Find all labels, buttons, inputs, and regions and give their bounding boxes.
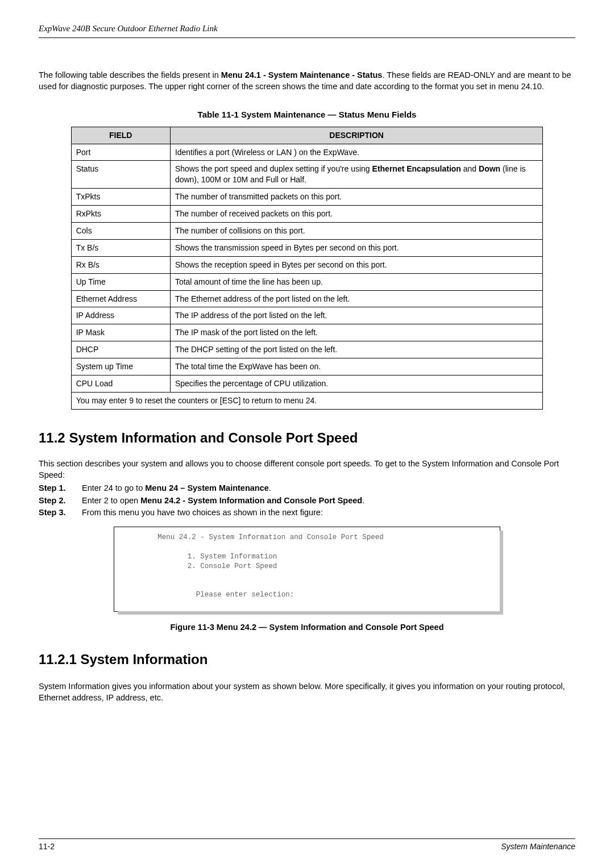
- table-row: DHCP The DHCP setting of the port listed…: [71, 341, 543, 358]
- table-row: Status Shows the port speed and duplex s…: [71, 161, 543, 189]
- section-heading-11-2-1: 11.2.1 System Information: [39, 650, 575, 669]
- cell-desc: The IP mask of the port listed on the le…: [170, 324, 542, 341]
- col-header-field: FIELD: [71, 127, 170, 144]
- page-number: 11-2: [39, 841, 55, 852]
- cell-desc: The number of collisions on this port.: [170, 222, 542, 239]
- cell-field: Ethernet Address: [71, 290, 170, 307]
- step-row: Step 1. Enter 24 to go to Menu 24 – Syst…: [39, 483, 575, 494]
- section-heading-11-2: 11.2 System Information and Console Port…: [39, 429, 575, 447]
- page-footer: 11-2 System Maintenance: [39, 838, 575, 852]
- table-footer-row: You may enter 9 to reset the counters or…: [71, 392, 543, 409]
- table-caption: Table 11-1 System Maintenance — Status M…: [39, 109, 575, 120]
- step-label: Step 2.: [39, 495, 82, 507]
- step-row: Step 3. From this menu you have two choi…: [39, 507, 575, 519]
- cell-desc-bold2: Down: [479, 164, 500, 173]
- intro-paragraph: The following table describes the fields…: [39, 70, 575, 92]
- terminal-shadow-bottom: [118, 611, 503, 615]
- cell-field: IP Address: [71, 307, 170, 324]
- table-row: Cols The number of collisions on this po…: [71, 222, 543, 239]
- cell-field: CPU Load: [71, 375, 170, 392]
- step-label: Step 3.: [39, 507, 82, 519]
- cell-field: TxPkts: [71, 189, 170, 206]
- table-row: Ethernet Address The Ethernet address of…: [71, 290, 543, 307]
- cell-field: Status: [71, 161, 170, 189]
- section-11-2-1-body: System Information gives you information…: [39, 681, 575, 703]
- cell-desc: Total amount of time the line has been u…: [170, 273, 542, 290]
- table-row: System up Time The total time the ExpWav…: [71, 358, 543, 375]
- cell-desc: The DHCP setting of the port listed on t…: [170, 341, 542, 358]
- cell-desc: Identifies a port (Wireless or LAN ) on …: [170, 144, 542, 161]
- cell-desc: Shows the reception speed in Bytes per s…: [170, 256, 542, 273]
- step-pre: Enter 2 to open: [82, 496, 140, 505]
- table-row: Tx B/s Shows the transmission speed in B…: [71, 239, 543, 256]
- cell-desc: The total time the ExpWave has been on.: [170, 358, 542, 375]
- cell-field: Port: [71, 144, 170, 161]
- terminal-shadow-right: [500, 531, 503, 615]
- status-fields-table: FIELD DESCRIPTION Port Identifies a port…: [71, 127, 544, 410]
- step-text: Enter 2 to open Menu 24.2 - System Infor…: [82, 495, 575, 507]
- table-footer-text: You may enter 9 to reset the counters or…: [71, 392, 543, 409]
- intro-bold: Menu 24.1 - System Maintenance - Status: [221, 70, 383, 80]
- cell-desc-mid: and: [461, 164, 479, 173]
- table-header-row: FIELD DESCRIPTION: [71, 127, 543, 144]
- col-header-description: DESCRIPTION: [170, 127, 542, 144]
- cell-field: RxPkts: [71, 206, 170, 223]
- steps-list: Step 1. Enter 24 to go to Menu 24 – Syst…: [39, 483, 575, 519]
- table-row: RxPkts The number of received packets on…: [71, 206, 543, 223]
- table-row: IP Mask The IP mask of the port listed o…: [71, 324, 543, 341]
- cell-field: IP Mask: [71, 324, 170, 341]
- section-11-2-body: This section describes your system and a…: [39, 458, 575, 481]
- terminal-line-1: Menu 24.2 - System Information and Conso…: [157, 533, 384, 541]
- cell-field: Tx B/s: [71, 239, 170, 256]
- cell-desc: The IP address of the port listed on the…: [170, 307, 542, 324]
- cell-field: System up Time: [71, 358, 170, 375]
- step-label: Step 1.: [39, 483, 82, 494]
- step-row: Step 2. Enter 2 to open Menu 24.2 - Syst…: [39, 495, 575, 507]
- cell-field: DHCP: [71, 341, 170, 358]
- terminal-line-3: 2. Console Port Speed: [188, 562, 277, 570]
- step-post: .: [269, 483, 271, 493]
- cell-desc-pre: Shows the port speed and duplex setting …: [175, 164, 372, 173]
- running-header: ExpWave 240B Secure Outdoor Ethernet Rad…: [39, 23, 575, 38]
- step-text: From this menu you have two choices as s…: [82, 507, 575, 519]
- terminal-text: Menu 24.2 - System Information and Conso…: [114, 527, 500, 611]
- table-row: CPU Load Specifies the percentage of CPU…: [71, 375, 543, 392]
- cell-desc-bold1: Ethernet Encapsulation: [372, 164, 461, 173]
- step-pre: From this menu you have two choices as s…: [82, 508, 323, 517]
- table-row: TxPkts The number of transmitted packets…: [71, 189, 543, 206]
- figure-caption: Figure 11-3 Menu 24.2 — System Informati…: [39, 622, 575, 633]
- table-row: Rx B/s Shows the reception speed in Byte…: [71, 256, 543, 273]
- step-bold: Menu 24.2 - System Information and Conso…: [140, 496, 362, 505]
- running-title-text: ExpWave 240B Secure Outdoor Ethernet Rad…: [39, 24, 218, 33]
- cell-desc: Shows the port speed and duplex setting …: [170, 161, 542, 189]
- terminal-line-2: 1. System Information: [188, 553, 277, 561]
- step-text: Enter 24 to go to Menu 24 – System Maint…: [82, 483, 575, 494]
- cell-desc: The Ethernet address of the port listed …: [170, 290, 542, 307]
- cell-desc: Specifies the percentage of CPU utilizat…: [170, 375, 542, 392]
- cell-field: Up Time: [71, 273, 170, 290]
- cell-desc: Shows the transmission speed in Bytes pe…: [170, 239, 542, 256]
- step-post: .: [362, 496, 364, 505]
- step-bold: Menu 24 – System Maintenance: [145, 483, 269, 493]
- step-pre: Enter 24 to go to: [82, 483, 145, 493]
- intro-pre: The following table describes the fields…: [39, 70, 221, 80]
- cell-field: Rx B/s: [71, 256, 170, 273]
- cell-desc: The number of received packets on this p…: [170, 206, 542, 223]
- terminal-screenshot: Menu 24.2 - System Information and Conso…: [114, 527, 500, 612]
- terminal-line-4: Please enter selection:: [196, 591, 294, 599]
- table-row: Port Identifies a port (Wireless or LAN …: [71, 144, 543, 161]
- cell-field: Cols: [71, 222, 170, 239]
- table-row: Up Time Total amount of time the line ha…: [71, 273, 543, 290]
- footer-section-title: System Maintenance: [501, 841, 575, 852]
- table-row: IP Address The IP address of the port li…: [71, 307, 543, 324]
- cell-desc: The number of transmitted packets on thi…: [170, 189, 542, 206]
